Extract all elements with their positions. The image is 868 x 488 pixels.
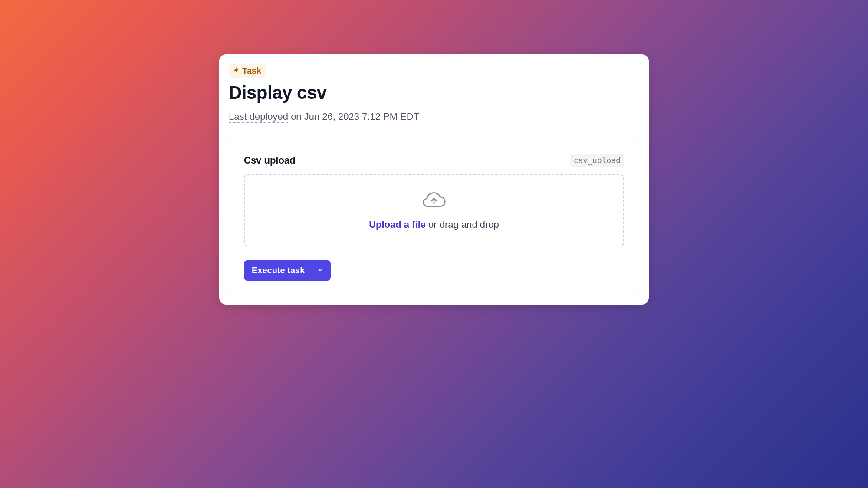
meta-on: on — [291, 111, 301, 122]
task-card: Task Display csv Last deployed on Jun 26… — [219, 54, 649, 305]
file-dropzone[interactable]: Upload a file or drag and drop — [244, 174, 624, 246]
task-badge: Task — [229, 64, 266, 78]
dropzone-rest-text: or drag and drop — [426, 219, 499, 230]
field-header: Csv upload csv_upload — [244, 154, 624, 167]
chevron-down-icon — [317, 265, 324, 275]
field-label: Csv upload — [244, 155, 296, 166]
deploy-timestamp: Jun 26, 2023 7:12 PM EDT — [304, 111, 419, 122]
field-slug: csv_upload — [570, 154, 624, 167]
deploy-meta: Last deployed on Jun 26, 2023 7:12 PM ED… — [229, 111, 639, 122]
dropzone-text: Upload a file or drag and drop — [369, 219, 499, 230]
page-title: Display csv — [229, 82, 639, 103]
task-badge-label: Task — [242, 66, 261, 76]
last-deployed-link[interactable]: Last deployed — [229, 111, 288, 123]
cloud-upload-icon — [421, 190, 447, 213]
execute-task-button[interactable]: Execute task — [244, 260, 331, 281]
upload-file-link[interactable]: Upload a file — [369, 219, 426, 230]
execute-task-label: Execute task — [244, 260, 312, 281]
bolt-icon — [233, 66, 240, 76]
parameters-panel: Csv upload csv_upload Upload a file or d… — [229, 140, 639, 294]
execute-caret[interactable] — [312, 260, 331, 281]
